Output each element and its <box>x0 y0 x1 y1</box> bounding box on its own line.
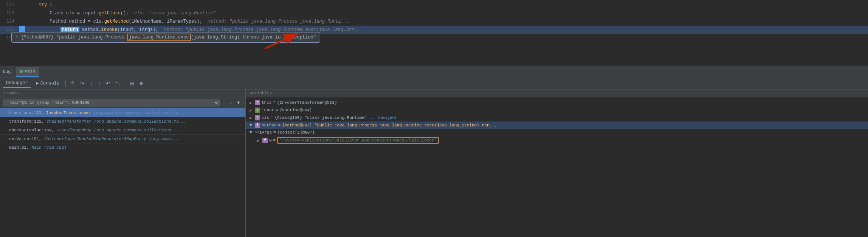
code-editor: 122 try { 123 Class cls = input.getClass… <box>0 0 868 66</box>
var-item-method[interactable]: ▼ f method = {Method@867} "public java.l… <box>246 122 868 129</box>
var-name-this: this <box>262 100 271 105</box>
frames-list: ✓ transform:125, InvokerTransformer (org… <box>0 108 245 237</box>
frame-text-5: main:32, Main (com.cqq) <box>9 145 67 150</box>
frame-item[interactable]: main:32, Main (com.cqq) <box>0 143 245 152</box>
toolbar: Debugger ▶ Console ⇑ ↷ ↓ ↑ ↶ ≒ ⊞ ≡ <box>0 77 868 89</box>
variables-header: Variables <box>246 89 868 97</box>
bug-label: bug: <box>3 69 13 74</box>
variable-tooltip: + {Method@867} "public java.lang.Process… <box>11 32 320 43</box>
var-name-cls: cls <box>262 115 269 120</box>
tab-debugger[interactable]: Debugger <box>3 79 31 88</box>
frame-item[interactable]: checkSetValue:169, TransformedMap (org.a… <box>0 126 245 135</box>
var-icon-this: f <box>255 100 260 105</box>
var-eq-cls: = <box>271 115 273 120</box>
frame-down-button[interactable]: ↓ <box>228 99 233 106</box>
line-content-123: Class cls = input.getClass(); cls: "clas… <box>26 11 868 16</box>
run-to-cursor-button[interactable]: ↶ <box>104 80 112 87</box>
var-eq-method: = <box>278 123 281 128</box>
tab-main[interactable]: Main <box>16 67 39 77</box>
line-content-125: return method.invoke(input, iArgs); meth… <box>25 27 868 32</box>
var-value-method: {Method@867} "public java.lang.Process j… <box>282 123 497 128</box>
line-content-122: try { <box>26 2 868 8</box>
var-item-iargs[interactable]: ▼ oo iArgs = {Object[1]@807} <box>246 129 868 136</box>
step-into-button[interactable]: ↓ <box>88 80 94 87</box>
frames-panel: Frames "main"@1 in group "main": RUNNING… <box>0 89 246 237</box>
frames-header: Frames <box>0 89 245 97</box>
var-name-0: 0 <box>269 138 272 143</box>
variables-list: ▶ f this = {InvokerTransformer@533} ▶ p … <box>246 97 868 237</box>
tooltip-highlighted-text: java.lang.Runtime.exec <box>127 34 191 41</box>
evaluate-button[interactable]: ≒ <box>114 80 122 87</box>
var-name-input: input <box>262 108 274 112</box>
toolbar-separator-1 <box>65 80 66 87</box>
var-expand-0: ▶ <box>257 138 262 143</box>
frame-text-2: transform:122, ChainedTransformer (org.a… <box>9 119 186 124</box>
table-view-button[interactable]: ⊞ <box>128 80 136 87</box>
var-value-0-bordered: "/System/Applications/Calculator.app/Con… <box>277 137 439 144</box>
step-over-button[interactable]: ↷ <box>79 80 86 87</box>
var-name-iargs: iArgs <box>259 130 272 135</box>
var-icon-oo: oo <box>255 131 259 134</box>
line-number-124: 124 <box>0 19 19 24</box>
tab-console[interactable]: ▶ Console <box>33 79 63 88</box>
thread-status-dot <box>20 70 23 73</box>
var-value-cls: {Class@130} "class java.lang.Runtime" <box>274 115 367 120</box>
tooltip-prefix: + {Method@867} "public java.lang.Process <box>16 35 127 40</box>
settings-button[interactable]: ≡ <box>138 80 144 87</box>
var-expand-iargs: ▼ <box>250 130 255 135</box>
var-item-0[interactable]: ▶ f 0 = "/System/Applications/Calculator… <box>246 136 868 145</box>
tooltip-suffix: (java.lang.String) throws java.io.IOExce… <box>191 35 316 40</box>
toolbar-separator-2 <box>125 80 125 87</box>
active-frame-icon: ✓ <box>4 110 6 115</box>
var-icon-cls: f <box>255 115 260 120</box>
debug-main: Frames "main"@1 in group "main": RUNNING… <box>0 89 868 237</box>
var-value-this: {InvokerTransformer@533} <box>277 100 337 105</box>
line-content-124: Method method = cls.getMethod(iMethodNam… <box>26 19 868 24</box>
var-expand-method: ▼ <box>250 123 255 128</box>
code-line-123: 123 Class cls = input.getClass(); cls: "… <box>0 9 868 17</box>
step-out-button[interactable]: ↑ <box>96 80 102 87</box>
var-name-method: method <box>262 123 277 128</box>
frame-item[interactable]: ✓ transform:125, InvokerTransformer (org… <box>0 108 245 117</box>
var-value-input: {Runtime@864} <box>280 108 312 112</box>
var-item-this[interactable]: ▶ f this = {InvokerTransformer@533} <box>246 99 868 106</box>
console-label: Console <box>40 81 59 86</box>
var-icon-input: p <box>255 108 260 113</box>
frame-item[interactable]: setValue:191, AbstractInputCheckedMapDec… <box>0 135 245 143</box>
var-eq-iargs: = <box>273 130 276 135</box>
var-item-cls[interactable]: ▶ f cls = {Class@130} "class java.lang.R… <box>246 114 868 122</box>
var-expand-cls: ▶ <box>250 115 255 120</box>
variables-panel: Variables ▶ f this = {InvokerTransformer… <box>246 89 868 237</box>
tab-bar: bug: Main <box>0 66 868 77</box>
frame-text-3: checkSetValue:169, TransformedMap (org.a… <box>9 128 179 132</box>
frame-text-1: transform:125, InvokerTransformer (org.a… <box>9 111 186 115</box>
line-number-125: 125 <box>0 27 19 32</box>
var-eq-0: = <box>273 138 276 143</box>
var-value-iargs: {Object[1]@807} <box>277 130 315 135</box>
frame-item[interactable]: transform:122, ChainedTransformer (org.a… <box>0 117 245 126</box>
frame-text-4: setValue:191, AbstractInputCheckedMapDec… <box>9 137 179 141</box>
code-line-124: 124 Method method = cls.getMethod(iMetho… <box>0 17 868 26</box>
var-icon-0: f <box>262 138 268 143</box>
console-icon: ▶ <box>36 80 39 86</box>
var-expand-input: ▶ <box>250 108 255 113</box>
var-value-0: "/System/Applications/Calculator.app/Con… <box>279 138 437 143</box>
tab-main-label: Main <box>25 69 35 74</box>
frame-up-button[interactable]: ↑ <box>221 99 226 106</box>
var-item-input[interactable]: ▶ p input = {Runtime@864} <box>246 106 868 114</box>
var-eq-this: = <box>273 100 276 105</box>
line-number-122: 122 <box>0 2 19 8</box>
code-line-122: 122 try { <box>0 1 868 9</box>
var-navigate-cls[interactable]: ... Navigate <box>369 116 397 120</box>
resume-button[interactable]: ⇑ <box>69 80 76 87</box>
line-number-123: 123 <box>0 11 19 16</box>
var-icon-method: f <box>255 123 260 128</box>
var-expand-this: ▶ <box>250 100 255 105</box>
var-eq-input: = <box>276 108 278 112</box>
thread-selector[interactable]: "main"@1 in group "main": RUNNING <box>3 99 220 106</box>
frame-filter-button[interactable]: ▼ <box>235 99 242 106</box>
frames-toolbar: "main"@1 in group "main": RUNNING ↑ ↓ ▼ <box>0 97 245 108</box>
